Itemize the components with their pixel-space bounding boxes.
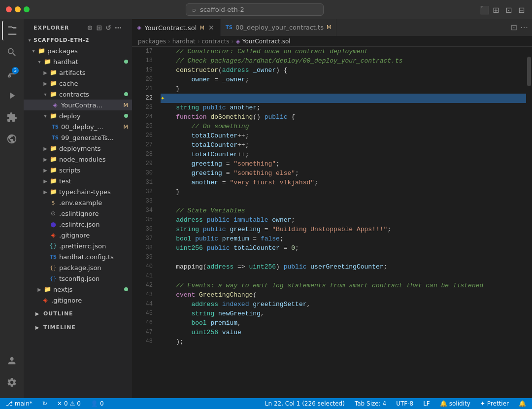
cache-folder[interactable]: ▶ 📁 cache — [24, 78, 132, 89]
run-activity-item[interactable] — [2, 86, 22, 105]
split-editor-icon[interactable]: ⊡ — [511, 23, 517, 32]
test-folder[interactable]: ▶ 📁 test — [24, 175, 132, 186]
code-line[interactable]: uint256 public totalCounter = 0; — [161, 243, 526, 253]
code-editor[interactable]: 1718192021222324252627282930313233343536… — [132, 47, 532, 398]
branch-status[interactable]: ⎇ main* — [4, 400, 34, 407]
account-activity-item[interactable] — [2, 351, 22, 371]
code-line[interactable]: bool public premium = false; — [161, 234, 526, 243]
deploy-folder[interactable]: ▾ 📁 deploy — [24, 110, 132, 121]
editor-layout-icon[interactable]: ⊞ — [493, 5, 500, 13]
breadcrumb-hardhat[interactable]: hardhat — [172, 38, 196, 45]
prettierrc-file[interactable]: {}️ .prettierrc.json — [24, 240, 132, 251]
notifications-status[interactable]: 🔔 — [517, 400, 528, 407]
code-line[interactable] — [161, 272, 526, 281]
code-line[interactable]: string public another; — [161, 103, 526, 112]
code-line[interactable]: totalCounter++; — [161, 140, 526, 150]
packages-folder[interactable]: ▾ 📁 packages — [24, 45, 132, 56]
code-line[interactable]: address public immutable owner; — [161, 215, 526, 225]
more-actions-icon[interactable]: ⋯ — [520, 23, 528, 32]
breadcrumb-packages[interactable]: packages — [138, 38, 166, 45]
code-line[interactable] — [161, 253, 526, 262]
editor-scrollbar[interactable] — [526, 47, 532, 398]
code-line[interactable]: greeting = "something"; — [161, 159, 526, 169]
nextjs-folder[interactable]: ▶ 📁 nextjs — [24, 284, 132, 295]
code-line[interactable]: address indexed greetingSetter, — [161, 300, 526, 309]
code-line[interactable]: another = "very fiurst vlkjahsd"; — [161, 178, 526, 187]
code-line[interactable]: totalCounter++; — [161, 150, 526, 159]
search-bar[interactable]: ⌕ scaffold-eth-2 — [186, 3, 324, 16]
eslintrc-file[interactable]: ⬤ .eslintrc.json — [24, 219, 132, 230]
language-status[interactable]: 🔔 solidity — [438, 400, 472, 407]
package-json-file[interactable]: {} package.json — [24, 262, 132, 273]
refresh-icon[interactable]: ↺ — [105, 24, 112, 32]
info-status[interactable]: 👤 0 — [89, 400, 106, 407]
code-line[interactable]: // Events: a way to emit log statements … — [161, 281, 526, 290]
split-editor-icon[interactable]: ⊡ — [505, 5, 513, 13]
encoding-status[interactable]: UTF-8 — [394, 400, 415, 407]
code-line[interactable]: bool premium, — [161, 318, 526, 328]
code-line[interactable] — [161, 197, 526, 206]
errors-status[interactable]: ✕ 0 ⚠ 0 — [55, 400, 83, 407]
00deploy-file[interactable]: TS 00_deploy_... M — [24, 121, 132, 132]
new-folder-icon[interactable]: ⊞ — [97, 24, 103, 32]
scrollbar-thumb[interactable] — [527, 57, 531, 86]
customize-layout-icon[interactable]: ⊟ — [518, 5, 526, 13]
extensions-activity-item[interactable] — [2, 107, 22, 127]
format-status[interactable]: ✦ Prettier — [478, 400, 511, 407]
code-line[interactable]: totalCounter++; — [161, 131, 526, 140]
gitignore-file[interactable]: ◈ .gitignore — [24, 230, 132, 240]
code-line[interactable]: string public greeting = "Building Unsto… — [161, 225, 526, 234]
00deploy-tab[interactable]: TS 00_deploy_your_contract.ts M — [221, 19, 337, 36]
deployments-folder[interactable]: ▶ 📁 deployments — [24, 143, 132, 154]
hardhat-config-file[interactable]: TS hardhat.config.ts — [24, 251, 132, 262]
outline-section[interactable]: ▶ OUTLINE — [24, 306, 132, 319]
code-line[interactable]: string newGreeting, — [161, 309, 526, 318]
collapse-all-icon[interactable]: ⋯ — [115, 24, 122, 32]
code-line[interactable]: // Constructor: Called once on contract … — [161, 47, 526, 56]
scripts-folder[interactable]: ▶ 📁 scripts — [24, 165, 132, 175]
code-line[interactable]: greeting = "something else"; — [161, 169, 526, 178]
node-modules-folder[interactable]: ▶ 📁 node_modules — [24, 154, 132, 165]
env-example-file[interactable]: $ .env.example — [24, 197, 132, 208]
artifacts-folder[interactable]: ▶ 📁 artifacts — [24, 67, 132, 78]
tab-close-button[interactable]: ✕ — [207, 24, 215, 32]
tsconfig-file[interactable]: {} tsconfig.json — [24, 273, 132, 284]
sidebar-toggle-icon[interactable]: ⬛ — [480, 5, 488, 13]
timeline-section[interactable]: ▶ TIMELINE — [24, 319, 132, 333]
breadcrumb-filename[interactable]: YourContract.sol — [242, 38, 291, 45]
maximize-button[interactable] — [24, 6, 30, 12]
close-button[interactable] — [6, 6, 12, 12]
eslintignore-file[interactable]: ⊘ .eslintignore — [24, 208, 132, 219]
search-activity-item[interactable] — [2, 42, 22, 62]
yourcontract-sol-file[interactable]: ◈ YourContra... M — [24, 100, 132, 110]
code-line[interactable]: event GreetingChange( — [161, 290, 526, 300]
yourcontract-tab[interactable]: ◈ YourContract.sol M ✕ — [132, 19, 221, 36]
line-ending-status[interactable]: LF — [421, 400, 432, 407]
explorer-activity-item[interactable] — [2, 21, 22, 40]
root-gitignore-file[interactable]: ◈ .gitignore — [24, 295, 132, 306]
99generate-file[interactable]: TS 99_generateTs... — [24, 132, 132, 143]
position-status[interactable]: Ln 22, Col 1 (226 selected) — [263, 400, 347, 407]
tab-size-status[interactable]: Tab Size: 4 — [353, 400, 388, 407]
settings-activity-item[interactable] — [2, 373, 22, 392]
code-line[interactable]: } — [161, 187, 526, 197]
code-line[interactable]: // Check packages/hardhat/deploy/00_depl… — [161, 56, 526, 66]
code-line[interactable]: mapping(address => uint256) public userG… — [161, 262, 526, 272]
code-line[interactable]: owner = _owner; — [161, 75, 526, 84]
code-line[interactable]: constructor(address _owner) { — [161, 66, 526, 75]
code-line[interactable]: function doSomething() public { — [161, 112, 526, 122]
minimize-button[interactable] — [15, 6, 21, 12]
new-file-icon[interactable]: ⊕ — [87, 24, 94, 32]
source-control-activity-item[interactable]: 3 — [2, 64, 22, 84]
hardhat-folder[interactable]: ▾ 📁 hardhat — [24, 56, 132, 67]
sync-status[interactable]: ↻ — [40, 400, 49, 407]
code-line[interactable]: ); — [161, 337, 526, 346]
root-folder-item[interactable]: ▾ SCAFFOLD-ETH-2 — [24, 34, 132, 45]
breadcrumb-contracts[interactable]: contracts — [202, 38, 230, 45]
code-line[interactable]: uint256 value — [161, 328, 526, 337]
code-line[interactable]: // Do something — [161, 122, 526, 131]
remote-activity-item[interactable] — [2, 129, 22, 149]
typechain-folder[interactable]: ▶ 📁 typechain-types — [24, 186, 132, 197]
code-line[interactable]: // State Variables — [161, 206, 526, 215]
code-line[interactable]: } — [161, 84, 526, 94]
